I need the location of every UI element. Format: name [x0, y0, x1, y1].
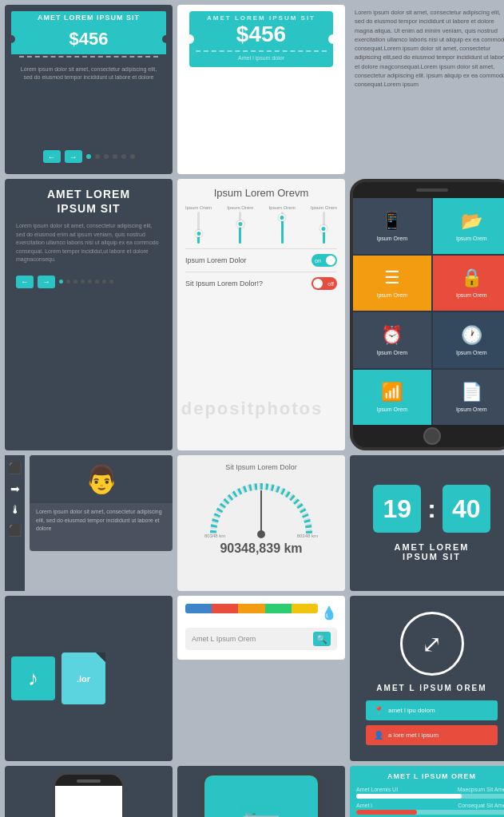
app-cell-6[interactable]: 🕐 Ipsum Orem	[433, 312, 505, 368]
file-ext: .lor	[77, 674, 90, 684]
big-notch-r	[328, 34, 338, 44]
v-thumb-3[interactable]	[279, 214, 286, 221]
toggle-label-1: Ipsum Lorem Dolor	[185, 256, 247, 264]
gauge-label-max: 80348 km	[297, 533, 318, 538]
big-ticket-dashes	[196, 50, 327, 52]
phone-app-icon-1: 📱	[381, 211, 403, 232]
btn-profile-text: a lore met l ipsum	[388, 732, 439, 739]
sdot-8	[109, 280, 113, 284]
progress-track-1	[356, 794, 504, 799]
v-slider-4[interactable]	[323, 212, 325, 244]
v-thumb-4[interactable]	[320, 225, 327, 232]
prev-btn[interactable]: ←	[16, 276, 34, 288]
camera-icon: 📷	[241, 806, 281, 817]
body-col1: Lorem ipsum dolor sit amet, consectetur …	[13, 222, 165, 264]
btn-profile[interactable]: 👤 a lore met l ipsum	[366, 725, 498, 745]
col1-row3: ⬛ ➡ 🌡 ⬛ 👨 Lorem ipsum dolor sit amet, co…	[5, 455, 173, 591]
drop-icon: 💧	[321, 605, 337, 621]
strip-icon-4[interactable]: ⬛	[8, 524, 22, 537]
app-label-7: Ipsum Orem	[376, 407, 407, 412]
app-grid: 📱 Ipsum Orem 📂 Ipsum Orem ☰ Ipsum Orem 🔒…	[353, 198, 504, 425]
progress-row-2: Amet l Consequat Sit Amet	[356, 803, 504, 815]
color-seg-5	[292, 604, 318, 613]
slider-col-3: Ipsum Orem	[269, 205, 296, 244]
v-thumb-1[interactable]	[195, 230, 202, 237]
search-placeholder[interactable]: Amet L Ipsum Orem	[192, 635, 310, 643]
v-fill-3	[281, 218, 284, 244]
app-cell-2[interactable]: 📂 Ipsum Orem	[433, 198, 505, 254]
v-slider-3[interactable]	[281, 212, 284, 244]
app-cell-5[interactable]: ⏰ Ipsum Orem	[353, 312, 431, 368]
strip-icon-3[interactable]: 🌡	[10, 503, 21, 516]
next-btn[interactable]: →	[38, 276, 55, 288]
radial-svg	[201, 474, 321, 538]
app-cell-4[interactable]: 🔒 Ipsum Orem	[433, 256, 505, 311]
phone-home-btn[interactable]	[423, 427, 441, 445]
moustache-body: Lorem ipsum dolor sit amet, consectetur …	[30, 503, 173, 538]
phone-mockup: 💬	[53, 772, 125, 817]
ticket-prev[interactable]: ←	[43, 150, 61, 163]
app-label-2: Ipsum Orem	[456, 236, 487, 241]
btn-location-text: amet l ipu dolom	[388, 707, 435, 714]
col1-moustache-section: 👨 Lorem ipsum dolor sit amet, consectetu…	[30, 455, 173, 591]
tablet-card: 📷 AMET LOREM IPSUM SIT	[177, 766, 345, 817]
progress-labels-2: Amet l Consequat Sit Amet	[356, 803, 504, 808]
app-cell-3[interactable]: ☰ Ipsum Orem	[353, 256, 431, 311]
file-icon-box: .lor	[62, 652, 105, 704]
clock-minute: 40	[442, 485, 490, 533]
phone-app-icon-8: 📄	[461, 382, 482, 403]
color-seg-2	[212, 604, 238, 613]
music-file-card: ♪ .lor	[5, 596, 173, 761]
heading-card-col1: AMET LOREM IPSUM SIT Lorem ipsum dolor s…	[5, 179, 173, 450]
color-seg-4	[265, 604, 292, 613]
expand-circle: ⤢	[400, 612, 464, 676]
toggle-2[interactable]: off	[312, 277, 337, 290]
v-slider-1[interactable]	[197, 212, 200, 244]
app-label-3: Ipsum Orem	[376, 292, 407, 298]
expand-label: AMET L IPSUM OREM	[376, 684, 486, 692]
slider-label-1: Ipsum Orem	[185, 205, 212, 210]
app-label-1: Ipsum Orem	[376, 236, 407, 241]
progress-track-2	[356, 810, 504, 815]
phone-card-col1: 💬 AMET LOREM IPSUM SIT	[5, 766, 173, 817]
app-cell-1[interactable]: 📱 Ipsum Orem	[353, 198, 431, 254]
strip-icon-1[interactable]: ⬛	[8, 462, 22, 474]
color-seg-1	[185, 604, 212, 613]
strip-icon-2[interactable]: ➡	[10, 482, 20, 495]
app-cell-7[interactable]: 📶 Ipsum Orem	[353, 370, 431, 426]
slider-col-2: Ipsum Orem	[227, 205, 253, 244]
v-slider-2[interactable]	[239, 212, 241, 244]
profile-icon: 👤	[374, 731, 383, 740]
search-icon-box[interactable]: 🔍	[313, 632, 331, 646]
toggle-1[interactable]: on	[312, 254, 337, 267]
heading-col1: AMET LOREM IPSUM SIT	[13, 187, 165, 216]
moustache-card: 👨 Lorem ipsum dolor sit amet, consectetu…	[30, 455, 173, 551]
progress-fill-1	[356, 794, 462, 799]
ticket-body: $456	[11, 24, 166, 54]
col2-row4: 💧 Amet L Ipsum Orem 🔍	[177, 596, 345, 761]
v-thumb-2[interactable]	[236, 220, 244, 228]
sliders-container: Ipsum Orem Ipsum Orem Ipsum Orem	[185, 205, 337, 244]
location-icon: 📍	[374, 706, 383, 715]
toggle-row-2: Sit Ipsum Lorem Dolor!? off	[185, 277, 337, 290]
btn-location[interactable]: 📍 amet l ipu dolom	[366, 700, 498, 720]
ticket-notch-left	[7, 35, 15, 43]
phone-speaker-2	[77, 779, 101, 783]
phone-screen: 💬	[55, 786, 122, 817]
app-label-6: Ipsum Orem	[456, 350, 487, 355]
ticket-subtext: Lorem ipsum dolor sit amet, consectetur …	[11, 64, 166, 144]
slider-title: Ipsum Lorem Orevm	[185, 187, 337, 199]
phone-app-icon-3: ☰	[384, 268, 400, 288]
sdot-3	[73, 280, 77, 284]
phone-top-bar	[353, 182, 504, 198]
sdot-4	[81, 280, 85, 284]
music-icon: ♪	[28, 666, 38, 691]
toggle-circle-1	[326, 256, 335, 265]
phone-app-icon-2: 📂	[461, 211, 482, 232]
app-cell-8[interactable]: 📄 Ipsum Orem	[433, 370, 505, 426]
search-box[interactable]: Amet L Ipsum Orem 🔍	[185, 628, 337, 650]
ticket-next[interactable]: →	[65, 150, 82, 163]
icon-strip: ⬛ ➡ 🌡 ⬛	[5, 455, 25, 591]
progress-fill-2	[356, 810, 417, 815]
dot-1	[86, 154, 91, 159]
